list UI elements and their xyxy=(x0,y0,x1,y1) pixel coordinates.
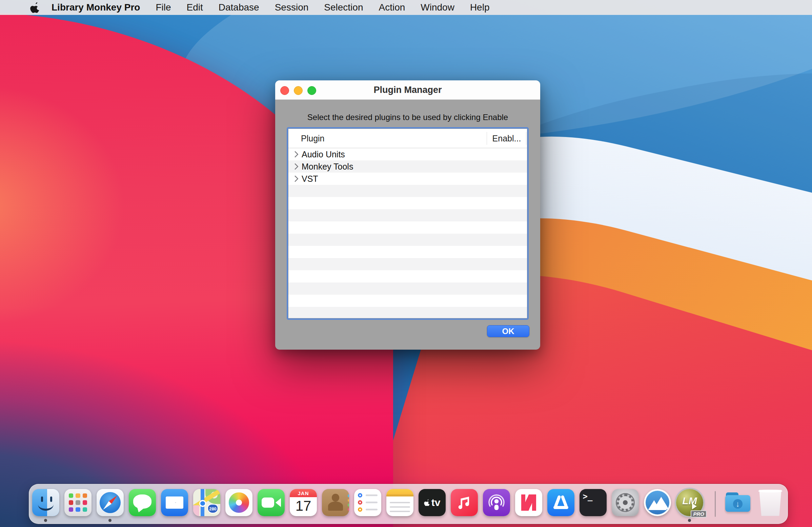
dock-icon-app-cleaner[interactable] xyxy=(644,489,671,516)
menu-items: File Edit Database Session Selection Act… xyxy=(156,2,489,13)
menu-database[interactable]: Database xyxy=(219,2,259,13)
column-divider[interactable] xyxy=(487,132,487,145)
menu-window[interactable]: Window xyxy=(421,2,454,13)
disclosure-chevron-icon[interactable] xyxy=(292,163,299,170)
table-header: Plugin Enabl... xyxy=(288,129,527,148)
menu-selection[interactable]: Selection xyxy=(324,2,363,13)
terminal-prompt: >_ xyxy=(583,492,593,501)
dock-icon-podcasts[interactable] xyxy=(483,489,510,516)
plugin-table-inner: Plugin Enabl... Audio Units Monkey Tools… xyxy=(288,129,527,318)
table-row-vst[interactable]: VST xyxy=(288,173,527,185)
menu-help[interactable]: Help xyxy=(470,2,490,13)
dock-icon-launchpad[interactable] xyxy=(64,489,91,516)
maps-shield-label: 280 xyxy=(207,504,218,513)
running-indicator-safari xyxy=(108,519,112,522)
menu-session[interactable]: Session xyxy=(275,2,309,13)
dock-icon-mail[interactable] xyxy=(161,489,188,516)
column-header-enabled[interactable]: Enabl... xyxy=(488,129,526,148)
apple-tv-label: tv xyxy=(431,497,440,508)
dock-icon-music[interactable] xyxy=(451,489,478,516)
download-arrow-icon: ↓ xyxy=(733,499,742,508)
dock-icon-news[interactable] xyxy=(515,489,542,516)
ok-button[interactable]: OK xyxy=(487,325,530,337)
dock-icon-notes[interactable] xyxy=(386,489,414,516)
disclosure-chevron-icon[interactable] xyxy=(292,175,299,182)
dock-divider xyxy=(715,491,716,517)
dock-icon-app-store[interactable] xyxy=(547,489,575,516)
running-indicator-library-monkey-pro xyxy=(688,519,691,522)
dock-icon-facetime[interactable] xyxy=(258,489,285,516)
gear-icon xyxy=(616,493,635,512)
table-row-monkey-tools[interactable]: Monkey Tools xyxy=(288,160,527,173)
dock-icon-terminal[interactable]: >_ xyxy=(580,489,607,516)
apple-menu-icon[interactable] xyxy=(30,2,40,13)
column-header-plugin[interactable]: Plugin xyxy=(301,129,325,148)
dock-icon-trash[interactable] xyxy=(757,489,784,516)
row-label: Audio Units xyxy=(302,149,345,159)
disclosure-chevron-icon[interactable] xyxy=(292,151,299,158)
dock-icon-maps[interactable]: 280 xyxy=(193,489,220,516)
dock-icon-apple-tv[interactable]: tv xyxy=(419,489,446,516)
column-divider-right xyxy=(526,132,526,145)
table-row-audio-units[interactable]: Audio Units xyxy=(288,148,527,160)
window-title: Plugin Manager xyxy=(275,80,540,99)
dock-icon-calendar[interactable]: JAN 17 xyxy=(290,489,317,516)
running-indicator-finder xyxy=(44,519,47,522)
row-label: VST xyxy=(302,174,318,184)
dock-icon-library-monkey-pro[interactable]: LM PRO xyxy=(676,489,703,516)
menu-file[interactable]: File xyxy=(156,2,171,13)
dock-icon-downloads[interactable]: ↓ xyxy=(724,489,751,516)
plugin-table[interactable]: Plugin Enabl... Audio Units Monkey Tools… xyxy=(287,127,529,320)
menu-bar: Library Monkey Pro File Edit Database Se… xyxy=(0,0,812,15)
table-rows: Audio Units Monkey Tools VST xyxy=(288,148,527,318)
plugin-manager-window: Plugin Manager Select the desired plugin… xyxy=(275,80,540,350)
row-label: Monkey Tools xyxy=(302,162,353,172)
menu-edit[interactable]: Edit xyxy=(187,2,203,13)
pro-badge: PRO xyxy=(691,510,707,517)
instruction-text: Select the desired plugins to be used by… xyxy=(275,113,540,122)
dock-icon-photos[interactable] xyxy=(226,489,252,516)
calendar-day: 17 xyxy=(290,496,317,516)
dock-icon-safari[interactable] xyxy=(97,489,124,516)
dock-icon-system-preferences[interactable] xyxy=(612,489,639,516)
dock-icon-reminders[interactable] xyxy=(354,489,381,516)
app-menu-title[interactable]: Library Monkey Pro xyxy=(52,2,140,13)
menu-action[interactable]: Action xyxy=(379,2,405,13)
dock-icon-messages[interactable] xyxy=(129,489,156,516)
dock-icon-finder[interactable] xyxy=(32,489,59,516)
arrow-icon xyxy=(692,503,700,509)
window-titlebar[interactable]: Plugin Manager xyxy=(275,80,540,100)
dock-icon-contacts[interactable] xyxy=(322,489,349,516)
dock: 280 JAN 17 tv xyxy=(29,484,788,524)
